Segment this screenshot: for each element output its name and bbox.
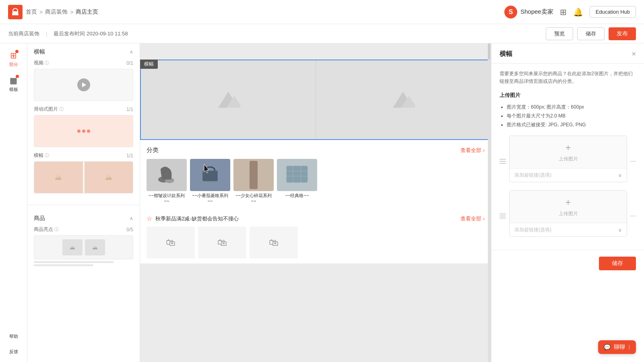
right-panel-save-button[interactable]: 储存 xyxy=(599,257,636,270)
education-hub-button[interactable]: Education Hub xyxy=(590,6,636,18)
highlight-thumb2: ⛰ xyxy=(85,239,105,255)
bell-icon[interactable]: 🔔 xyxy=(573,7,583,17)
help-label: 帮助 xyxy=(9,333,18,339)
grid-icon[interactable]: ⊞ xyxy=(560,7,567,17)
banner-section-header[interactable]: 横幅 ∧ xyxy=(34,48,133,56)
banner-thumb[interactable]: ⛰ ⛰ xyxy=(34,161,133,193)
canvas-category-wrapper: 图片分类列表 分类 查看全部 › xyxy=(140,140,491,210)
breadcrumb-middle[interactable]: 商店装饰 xyxy=(45,8,68,16)
video-label: 视频 ⓘ 0/1 xyxy=(34,60,133,66)
sections-icon: ⊞ xyxy=(10,51,17,60)
right-panel-title: 横幅 xyxy=(500,50,512,58)
sidebar-item-help[interactable]: 帮助 xyxy=(2,329,26,343)
video-thumb[interactable] xyxy=(34,69,133,101)
sort-handle-right-2[interactable] xyxy=(630,216,636,216)
nav-right: S Shopee卖家 ⊞ 🔔 Education Hub xyxy=(504,6,636,19)
chat-expand-icon: ⟩ xyxy=(628,344,630,350)
top-navigation: 首页 > 商店装饰 > 商店主页 S Shopee卖家 ⊞ 🔔 Educatio… xyxy=(0,0,644,24)
close-right-panel-button[interactable]: × xyxy=(632,50,636,58)
scrollbar-track xyxy=(488,43,491,362)
svg-rect-8 xyxy=(287,166,308,183)
upload-link-arrow-2[interactable]: ∨ xyxy=(618,227,622,233)
preview-button[interactable]: 预览 xyxy=(546,27,573,40)
component-banner: 横幅 ⓘ 1/1 ⛰ ⛰ xyxy=(34,152,133,193)
upload-link-row-1: 添加超链接(选填) ∨ xyxy=(510,168,627,182)
category-item-1[interactable]: ~~褶皱设计款系列~~ xyxy=(147,159,187,204)
seller-logo-icon: S xyxy=(504,6,517,19)
left-sidebar: ⊞ 部分 ▦ 模板 帮助 反馈 xyxy=(0,43,27,362)
highlights-label: 商品亮点 ⓘ 0/5 xyxy=(34,226,133,233)
promo-item-2[interactable]: 🛍 xyxy=(198,226,246,259)
banner-mountain-left-icon xyxy=(216,90,240,110)
breadcrumb-home[interactable]: 首页 xyxy=(26,8,37,16)
sort-handle-2[interactable] xyxy=(500,214,506,218)
component-panel: 横幅 ∧ 视频 ⓘ 0/1 滑动式图片 ⓘ 1/1 xyxy=(27,43,140,362)
upload-rule-1: 图片宽度：600px; 图片高度：600px xyxy=(507,103,636,112)
panel-section-products: 商品 ∧ 商品亮点 ⓘ 0/5 ⛰ ⛰ xyxy=(27,210,140,276)
cat-label-3: ~~少女心碎花系列~~ xyxy=(233,193,274,204)
sort-handle-1[interactable] xyxy=(500,159,506,164)
slideshow-thumb[interactable] xyxy=(34,115,133,147)
upload-plus-icon-1: + xyxy=(565,142,571,153)
right-panel-footer: 储存 xyxy=(491,250,644,277)
category-item-3[interactable]: ~~少女心碎花系列~~ xyxy=(233,159,274,204)
upload-card-1-sort-row: + 上传图片 添加超链接(选填) ∨ xyxy=(500,136,636,187)
upload-link-row-2: 添加超链接(选填) ∨ xyxy=(510,223,627,237)
upload-plus-icon-2: + xyxy=(565,197,571,208)
canvas-area: 横幅 xyxy=(140,43,491,362)
cat-img-2-icon xyxy=(198,164,222,186)
banner-slot-left[interactable] xyxy=(141,60,316,139)
cat-label-1: ~~褶皱设计款系列~~ xyxy=(147,193,187,204)
subnav-right: 预览 储存 发布 xyxy=(546,27,636,40)
promo-header: ☆ 秋季新品满2减-缺货都会告知不撞心 查看全部 › xyxy=(147,215,485,222)
publish-button[interactable]: 发布 xyxy=(609,27,636,40)
canvas-inner: 横幅 xyxy=(140,47,491,358)
sort-handle-right-1[interactable] xyxy=(630,161,636,162)
banner-slot-right[interactable] xyxy=(316,60,491,139)
right-panel-header: 横幅 × xyxy=(491,43,644,64)
right-panel-body: 需要更多空间来展示您的商品？在此处添加2张图片，并把他们链接至商品详情页面或店内… xyxy=(491,64,644,250)
upload-text-1: 上传图片 xyxy=(559,156,578,162)
slideshow-dots xyxy=(77,130,90,133)
banner-mountain-right-icon xyxy=(391,90,415,110)
highlights-thumb[interactable]: ⛰ ⛰ xyxy=(34,235,133,259)
subnav-left: 当前商店装饰 | 最后发布时间 2020-09-10 11:58 xyxy=(8,30,128,37)
view-all-button[interactable]: 查看全部 › xyxy=(460,147,485,154)
promo-title: 秋季新品满2减-缺货都会告知不撞心 xyxy=(155,215,457,222)
sub-navigation: 当前商店装饰 | 最后发布时间 2020-09-10 11:58 预览 储存 发… xyxy=(0,24,644,43)
promo-item-1[interactable]: 🛍 xyxy=(147,226,195,259)
products-section-header[interactable]: 商品 ∧ xyxy=(34,215,133,222)
upload-link-placeholder-2: 添加超链接(选填) xyxy=(514,226,551,233)
upload-area-2[interactable]: + 上传图片 xyxy=(510,191,627,223)
sidebar-bottom: 帮助 反馈 xyxy=(2,329,26,362)
promo-item-3[interactable]: 🛍 xyxy=(250,226,298,259)
svg-rect-6 xyxy=(202,171,218,181)
category-item-2[interactable]: ~~小番茄菱格系列~~ xyxy=(190,159,230,204)
highlights-thumb-inner: ⛰ ⛰ xyxy=(62,239,105,255)
sidebar-item-templates[interactable]: ▦ 模板 xyxy=(2,72,26,96)
breadcrumb: 首页 > 商店装饰 > 商店主页 xyxy=(26,8,98,16)
sidebar-sections-label: 部分 xyxy=(9,62,18,68)
chat-button[interactable]: 💬 聊聊 ⟩ xyxy=(598,340,636,354)
dot3 xyxy=(87,130,90,133)
canvas-banner-section[interactable] xyxy=(140,60,491,140)
component-slideshow: 滑动式图片 ⓘ 1/1 xyxy=(34,106,133,147)
promo-view-all[interactable]: 查看全部 › xyxy=(460,215,485,222)
sidebar-item-sections[interactable]: ⊞ 部分 xyxy=(2,47,26,71)
upload-area-1[interactable]: + 上传图片 xyxy=(510,136,627,168)
upload-text-2: 上传图片 xyxy=(559,210,578,217)
scrollbar-thumb[interactable] xyxy=(488,43,490,60)
highlights-text-lines xyxy=(34,261,133,266)
sidebar-item-feedback[interactable]: 反馈 xyxy=(2,344,26,358)
save-button[interactable]: 储存 xyxy=(577,27,605,40)
dot2 xyxy=(82,130,85,133)
banner-chevron-icon: ∧ xyxy=(130,49,133,55)
cat-label-2: ~~小番茄菱格系列~~ xyxy=(190,193,230,204)
right-panel-description: 需要更多空间来展示您的商品？在此处添加2张图片，并把他们链接至商品详情页面或店内… xyxy=(500,70,636,85)
category-item-4[interactable]: ~~经典格~~ xyxy=(277,159,317,204)
play-button-icon xyxy=(77,78,90,91)
promo-star-icon: ☆ xyxy=(147,215,152,222)
svg-rect-7 xyxy=(250,161,258,189)
sections-red-dot xyxy=(15,50,19,53)
upload-link-arrow-1[interactable]: ∨ xyxy=(618,173,622,178)
